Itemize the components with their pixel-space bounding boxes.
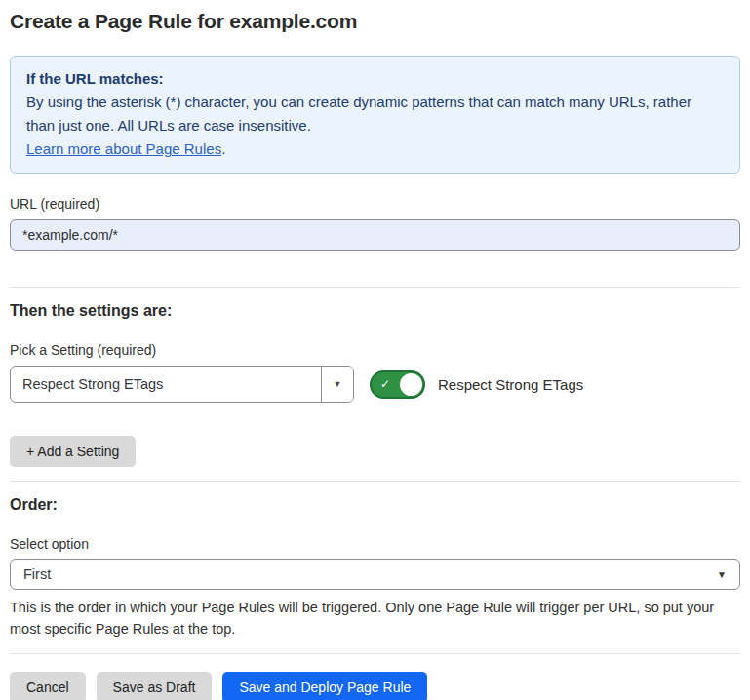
info-box-heading: If the URL matches:: [26, 67, 724, 91]
info-box-link-line: Learn more about Page Rules.: [26, 137, 724, 161]
setting-row: Respect Strong ETags ▼ ✓ Respect Strong …: [10, 366, 740, 403]
save-deploy-button[interactable]: Save and Deploy Page Rule: [222, 672, 427, 700]
cancel-button[interactable]: Cancel: [10, 672, 86, 700]
url-match-info-box: If the URL matches: By using the asteris…: [10, 56, 740, 174]
settings-heading: Then the settings are:: [10, 302, 740, 320]
section-divider: [10, 481, 740, 482]
save-draft-button[interactable]: Save as Draft: [97, 672, 213, 700]
link-suffix: .: [221, 140, 225, 157]
caret-down-icon: ▼: [717, 569, 727, 580]
learn-more-link[interactable]: Learn more about Page Rules: [26, 140, 221, 157]
check-icon: ✓: [380, 378, 390, 390]
select-option-label: Select option: [10, 536, 740, 552]
order-help-text: This is the order in which your Page Rul…: [10, 597, 740, 640]
order-heading: Order:: [10, 496, 740, 514]
section-divider: [10, 287, 740, 288]
pick-setting-label: Pick a Setting (required): [10, 342, 740, 358]
setting-select-value: Respect Strong ETags: [11, 376, 321, 392]
url-input[interactable]: [10, 219, 740, 251]
toggle-label: Respect Strong ETags: [438, 376, 583, 393]
add-setting-button[interactable]: + Add a Setting: [10, 436, 136, 467]
setting-select-arrow-button[interactable]: ▼: [321, 367, 353, 402]
etags-toggle[interactable]: ✓: [370, 370, 425, 399]
toggle-knob: [400, 373, 422, 396]
url-label: URL (required): [10, 196, 740, 212]
footer-divider: [10, 653, 740, 654]
setting-select[interactable]: Respect Strong ETags ▼: [10, 366, 354, 403]
page-title: Create a Page Rule for example.com: [10, 10, 740, 33]
info-box-body: By using the asterisk (*) character, you…: [26, 91, 724, 137]
caret-down-icon: ▼: [334, 379, 342, 389]
create-page-rule-form: Create a Page Rule for example.com If th…: [0, 0, 750, 700]
footer-button-row: Cancel Save as Draft Save and Deploy Pag…: [10, 672, 740, 700]
order-select-value: First: [23, 566, 51, 582]
order-select[interactable]: First ▼: [10, 559, 740, 590]
